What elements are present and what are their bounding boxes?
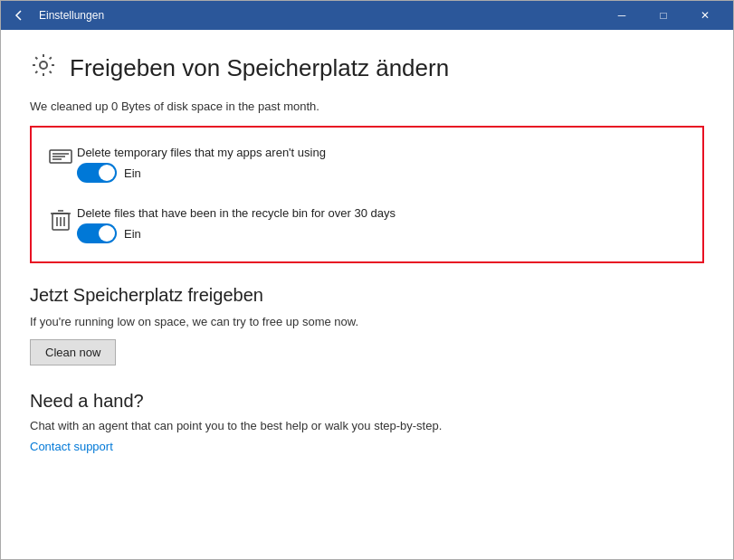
setting-item-recycle-bin: Delete files that have been in the recyc… — [44, 199, 690, 251]
need-hand-heading: Need a hand? — [30, 391, 704, 412]
page-header: Freigeben von Speicherplatz ändern — [30, 52, 704, 85]
main-window: Einstellungen ─ □ ✕ Freigeben von Speich… — [0, 0, 734, 560]
content-area: Freigeben von Speicherplatz ändern We cl… — [1, 30, 733, 559]
window-title: Einstellungen — [39, 9, 601, 22]
setting-content-recycle-bin: Delete files that have been in the recyc… — [77, 206, 690, 243]
setting-item-temp-files: Delete temporary files that my apps aren… — [44, 138, 690, 190]
toggle-label-temp-files: Ein — [124, 166, 141, 180]
toggle-recycle-bin[interactable] — [77, 223, 117, 243]
subtitle-text: We cleaned up 0 Bytes of disk space in t… — [30, 100, 704, 113]
toggle-label-recycle-bin: Ein — [124, 227, 141, 241]
toggle-temp-files[interactable] — [77, 163, 117, 183]
recycle-bin-label: Delete files that have been in the recyc… — [77, 206, 690, 220]
free-space-heading: Jetzt Speicherplatz freigeben — [30, 285, 704, 306]
window-controls: ─ □ ✕ — [601, 1, 726, 30]
recycle-bin-icon — [44, 208, 77, 232]
need-hand-text: Chat with an agent that can point you to… — [30, 419, 704, 432]
settings-box: Delete temporary files that my apps aren… — [30, 126, 704, 263]
back-button[interactable] — [8, 5, 30, 26]
toggle-knob-temp-files — [99, 165, 115, 181]
minimize-button[interactable]: ─ — [601, 1, 643, 30]
svg-point-0 — [40, 62, 47, 69]
toggle-knob-recycle-bin — [99, 225, 115, 242]
toggle-row-temp-files: Ein — [77, 163, 690, 183]
titlebar: Einstellungen ─ □ ✕ — [1, 1, 733, 30]
clean-now-button[interactable]: Clean now — [30, 339, 116, 365]
setting-content-temp-files: Delete temporary files that my apps aren… — [77, 146, 690, 183]
close-button[interactable]: ✕ — [684, 1, 726, 30]
free-space-text: If you're running low on space, we can t… — [30, 315, 704, 328]
settings-gear-icon — [30, 52, 57, 85]
maximize-button[interactable]: □ — [643, 1, 684, 30]
temp-files-label: Delete temporary files that my apps aren… — [77, 146, 690, 159]
toggle-row-recycle-bin: Ein — [77, 223, 690, 243]
page-title: Freigeben von Speicherplatz ändern — [70, 54, 449, 82]
contact-support-link[interactable]: Contact support — [30, 440, 113, 453]
temp-files-icon — [44, 147, 77, 166]
